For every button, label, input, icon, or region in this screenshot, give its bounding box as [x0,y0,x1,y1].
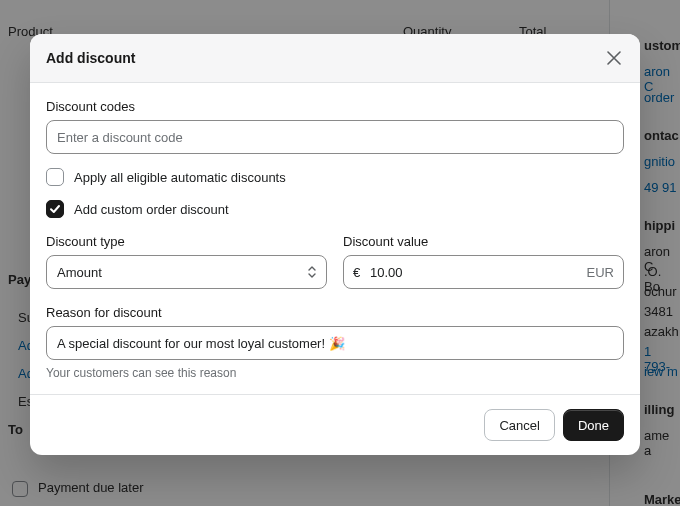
apply-auto-checkbox[interactable] [46,168,64,186]
modal-header: Add discount [30,34,640,83]
reason-helper: Your customers can see this reason [46,366,624,380]
apply-auto-label: Apply all eligible automatic discounts [74,170,286,185]
close-button[interactable] [604,48,624,68]
check-icon [49,203,61,215]
add-discount-modal: Add discount Discount codes Apply all el… [30,34,640,455]
reason-label: Reason for discount [46,305,624,320]
modal-footer: Cancel Done [30,394,640,455]
close-icon [607,51,621,65]
done-button[interactable]: Done [563,409,624,441]
discount-type-label: Discount type [46,234,327,249]
discount-type-select[interactable] [46,255,327,289]
currency-code: EUR [587,265,614,280]
apply-auto-row[interactable]: Apply all eligible automatic discounts [46,168,624,186]
currency-symbol: € [353,265,360,280]
reason-input[interactable] [46,326,624,360]
custom-discount-checkbox[interactable] [46,200,64,218]
discount-value-label: Discount value [343,234,624,249]
custom-discount-row[interactable]: Add custom order discount [46,200,624,218]
modal-title: Add discount [46,50,135,66]
discount-code-input[interactable] [46,120,624,154]
cancel-button[interactable]: Cancel [484,409,554,441]
discount-value-input[interactable] [343,255,624,289]
custom-discount-label: Add custom order discount [74,202,229,217]
discount-codes-label: Discount codes [46,99,624,114]
